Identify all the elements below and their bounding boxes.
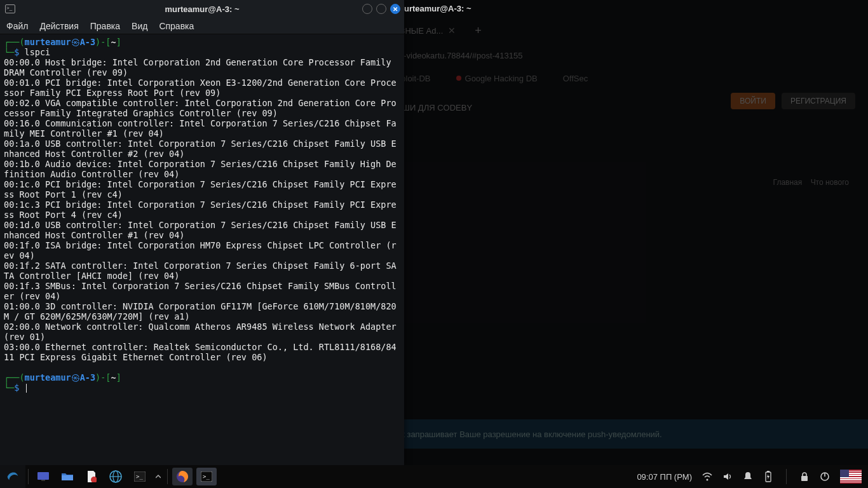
taskbar-running-firefox[interactable] xyxy=(172,468,193,485)
terminal-content[interactable]: ┌──(murteamur㉿A-3)-[~] └─$ lspci 00:00.0… xyxy=(0,34,404,465)
taskbar: >_ >_ 09:07 ПП (PM) xyxy=(0,465,868,488)
close-button[interactable]: ✕ xyxy=(390,4,400,14)
app-menu-button[interactable] xyxy=(0,465,25,488)
svg-point-12 xyxy=(707,479,709,481)
keyboard-layout-flag[interactable] xyxy=(840,470,862,484)
terminal-menubar: Файл Действия Правка Вид Справка xyxy=(0,18,404,34)
tab-close-icon[interactable]: ✕ xyxy=(448,25,456,36)
terminal-icon: >_ xyxy=(201,471,212,482)
taskbar-separator xyxy=(28,469,29,484)
prompt-input-line[interactable]: └─$ xyxy=(4,383,400,393)
monitor-icon xyxy=(37,471,50,482)
prompt-command-line: └─$ lspci xyxy=(4,47,400,57)
taskbar-app-browser[interactable] xyxy=(105,468,126,485)
desktop-window-title: murteamur@A-3: ~ xyxy=(397,4,471,13)
globe-icon xyxy=(109,470,122,483)
firefox-icon xyxy=(176,470,189,483)
minimize-button[interactable] xyxy=(362,4,372,14)
folder-icon xyxy=(61,471,74,482)
menu-actions[interactable]: Действия xyxy=(39,21,78,31)
taskbar-separator xyxy=(786,469,787,484)
terminal-window[interactable]: >_ murteamur@A-3: ~ ✕ Файл Действия Прав… xyxy=(0,0,404,465)
taskbar-arrow[interactable] xyxy=(154,468,163,485)
svg-rect-1 xyxy=(41,480,45,481)
terminal-title: murteamur@A-3: ~ xyxy=(165,4,239,14)
wifi-icon[interactable] xyxy=(702,471,712,482)
taskbar-app-terminal[interactable]: >_ xyxy=(130,468,150,485)
typed-command: lspci xyxy=(25,47,51,57)
volume-icon[interactable] xyxy=(722,471,733,482)
svg-rect-0 xyxy=(37,472,49,480)
document-icon xyxy=(86,471,97,482)
kali-dragon-icon xyxy=(6,470,20,484)
menu-file[interactable]: Файл xyxy=(6,21,28,31)
chevron-up-icon xyxy=(156,473,161,480)
taskbar-running-terminal[interactable]: >_ xyxy=(196,468,217,485)
menu-help[interactable]: Справка xyxy=(159,21,194,31)
command-output: 00:00.0 Host bridge: Intel Corporation 2… xyxy=(4,57,400,362)
svg-text:>_: >_ xyxy=(136,473,143,480)
register-button[interactable]: РЕГИСТРАЦИЯ xyxy=(782,93,855,109)
terminal-icon: >_ xyxy=(134,471,146,482)
svg-rect-14 xyxy=(767,471,770,472)
menu-edit[interactable]: Правка xyxy=(90,21,120,31)
taskbar-clock[interactable]: 09:07 ПП (PM) xyxy=(637,472,692,482)
breadcrumb: Главная Что нового xyxy=(773,178,849,187)
lock-icon[interactable] xyxy=(799,471,810,482)
prompt-line: ┌──(murteamur㉿A-3)-[~] xyxy=(4,372,400,383)
taskbar-app-files[interactable] xyxy=(57,468,78,485)
power-icon[interactable] xyxy=(820,471,830,482)
bookmark-item[interactable]: Google Hacking DB xyxy=(456,74,538,83)
terminal-titlebar[interactable]: >_ murteamur@A-3: ~ ✕ xyxy=(0,0,404,18)
battery-icon[interactable] xyxy=(763,471,773,482)
new-tab-button[interactable]: + xyxy=(475,24,482,37)
notifications-icon[interactable] xyxy=(743,471,753,482)
bookmark-item[interactable]: OffSec xyxy=(563,74,588,83)
taskbar-app-desktop[interactable] xyxy=(33,468,53,485)
terminal-app-icon: >_ xyxy=(5,4,15,13)
svg-rect-15 xyxy=(801,476,808,481)
taskbar-separator xyxy=(167,469,168,484)
prompt-line: ┌──(murteamur㉿A-3)-[~] xyxy=(4,37,400,47)
auth-buttons: ВОЙТИ РЕГИСТРАЦИЯ xyxy=(731,93,855,109)
login-button[interactable]: ВОЙТИ xyxy=(731,93,775,109)
taskbar-app-editor[interactable] xyxy=(81,468,102,485)
favicon-icon xyxy=(456,76,461,81)
text-cursor xyxy=(26,384,27,393)
menu-view[interactable]: Вид xyxy=(132,21,147,31)
svg-rect-2 xyxy=(62,475,73,480)
maximize-button[interactable] xyxy=(376,4,386,14)
svg-text:>_: >_ xyxy=(203,473,210,480)
